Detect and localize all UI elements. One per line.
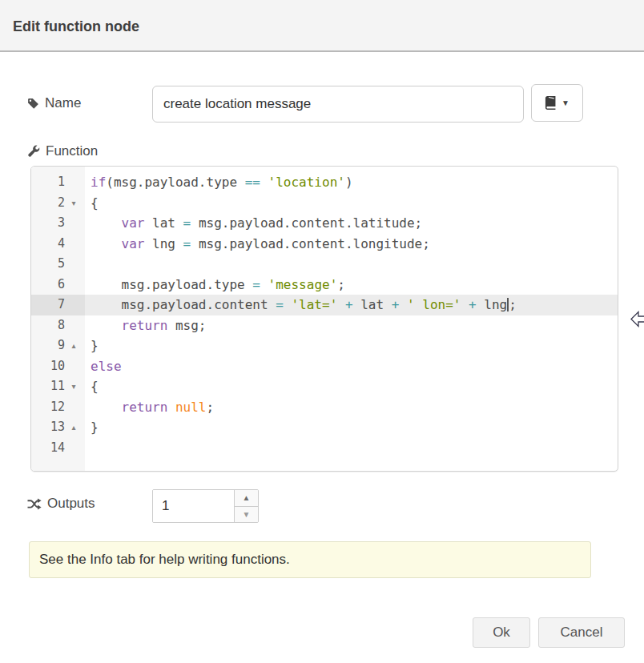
code-token: + [345,297,353,312]
code-token: return [122,400,168,415]
code-token: = [276,297,284,312]
code-line-1[interactable]: if(msg.payload.type == 'location') [85,172,618,193]
book-icon [545,96,557,110]
outputs-input[interactable] [153,490,234,522]
line-number: 8 [31,315,65,336]
gutter-line-10[interactable]: 10 [31,356,85,377]
code-line-9[interactable]: } [85,336,618,356]
gutter-line-9[interactable]: 9▴ [31,336,85,356]
code-token: msg.payload.type [91,277,252,292]
code-token: = [183,236,191,251]
code-token [91,236,122,251]
gutter-line-5[interactable]: 5 [31,254,85,275]
code-token: 'location' [268,175,345,190]
fold-spacer [65,438,83,459]
code-line-2[interactable]: { [85,193,618,214]
fold-end-icon[interactable]: ▴ [65,336,83,356]
code-line-10[interactable]: else [85,356,618,377]
line-number: 11 [31,376,65,397]
code-token: + [469,297,477,312]
fold-spacer [65,172,83,193]
code-line-8[interactable]: return msg; [85,315,618,336]
editor-content[interactable]: if(msg.payload.type == 'location'){ var … [85,167,618,471]
gutter-line-8[interactable]: 8 [31,315,85,336]
code-token: ' lon=' [407,297,461,312]
code-token: } [91,338,99,353]
code-token: lat [144,215,183,231]
code-token: return [122,318,168,333]
fold-open-icon[interactable]: ▾ [65,193,83,214]
line-number: 3 [31,213,65,234]
code-line-7[interactable]: msg.payload.content = 'lat=' + lat + ' l… [85,295,618,315]
line-number: 6 [31,275,65,295]
function-label-text: Function [46,143,98,159]
code-token: ; [509,297,517,312]
fold-spacer [65,315,83,336]
dialog-header: Edit function node [0,0,644,52]
code-token: lng [477,297,508,312]
fold-spacer [65,213,83,234]
fold-spacer [65,254,83,275]
gutter-line-14[interactable]: 14 [31,438,85,459]
code-token: { [91,195,99,211]
code-token [260,175,268,190]
line-number: 9 [31,336,65,356]
name-input[interactable] [152,86,524,123]
shuffle-icon [27,498,42,510]
spinner-up-button[interactable]: ▲ [235,490,258,507]
code-token: 'message' [268,277,338,292]
mouse-cursor-icon [630,309,644,330]
gutter-line-3[interactable]: 3 [31,213,85,234]
code-token: == [245,175,260,190]
code-line-12[interactable]: return null; [85,397,618,418]
code-line-11[interactable]: { [85,376,618,397]
code-token: msg.payload.content.longitude; [191,236,430,251]
line-number: 14 [31,438,65,459]
code-line-14[interactable] [85,438,618,459]
code-line-6[interactable]: msg.payload.type = 'message'; [85,275,618,295]
code-line-3[interactable]: var lat = msg.payload.content.latitude; [85,213,618,234]
gutter-line-12[interactable]: 12 [31,397,85,418]
gutter-line-4[interactable]: 4 [31,234,85,255]
code-token: if [91,175,106,190]
code-token: ; [337,277,345,292]
line-number: 13 [31,417,65,438]
ok-button[interactable]: Ok [473,617,530,648]
gutter-line-6[interactable]: 6 [31,275,85,295]
fold-end-icon[interactable]: ▴ [65,417,83,438]
line-number: 10 [31,356,65,377]
info-tip: See the Info tab for help writing functi… [29,541,591,578]
cancel-button[interactable]: Cancel [538,617,625,648]
code-token [91,318,122,333]
fold-open-icon[interactable]: ▾ [65,376,83,397]
gutter-line-2[interactable]: 2▾ [31,193,85,214]
code-token: ; [207,400,215,415]
line-number: 5 [31,254,65,275]
line-number: 12 [31,397,65,418]
info-tip-text: See the Info tab for help writing functi… [39,552,290,568]
code-line-4[interactable]: var lng = msg.payload.content.longitude; [85,234,618,255]
code-line-5[interactable] [85,254,618,275]
function-code-editor[interactable]: 12▾3456789▴1011▾1213▴14 if(msg.payload.t… [30,166,618,472]
code-token [337,297,345,312]
fold-spacer [65,234,83,255]
gutter-line-11[interactable]: 11▾ [31,376,85,397]
gutter-line-13[interactable]: 13▴ [31,417,85,438]
code-token: msg.payload.content.latitude; [191,215,422,231]
function-label: Function [27,143,98,159]
chevron-down-icon: ▼ [561,98,570,107]
wrench-icon [27,145,40,158]
outputs-spinner: ▲ ▼ [152,489,259,523]
code-token: msg.payload.content [91,297,276,312]
line-number: 2 [31,193,65,214]
code-token: ) [345,175,353,190]
code-token [91,400,122,415]
gutter-line-7[interactable]: 7 [31,295,85,315]
gutter-line-1[interactable]: 1 [31,172,85,193]
code-token: + [392,297,400,312]
editor-gutter[interactable]: 12▾3456789▴1011▾1213▴14 [31,167,85,471]
library-button[interactable]: ▼ [531,84,583,122]
code-token: lat [353,297,392,312]
spinner-down-button[interactable]: ▼ [235,507,258,523]
code-line-13[interactable]: } [85,417,618,438]
